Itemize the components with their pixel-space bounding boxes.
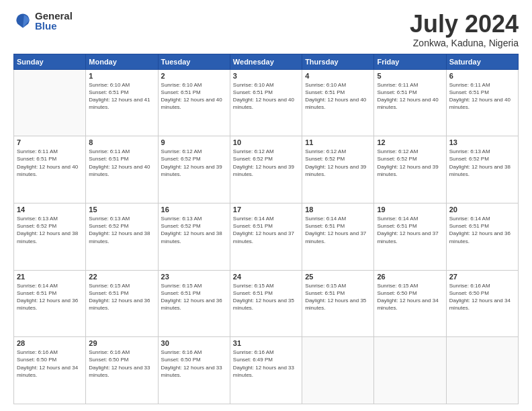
daylight-text: Daylight: 12 hours and 41 minutes. — [89, 97, 150, 110]
day-info: Sunrise: 6:14 AM Sunset: 6:51 PM Dayligh… — [377, 215, 443, 245]
sunrise-text: Sunrise: 6:15 AM — [305, 283, 346, 289]
day-info: Sunrise: 6:13 AM Sunset: 6:52 PM Dayligh… — [161, 215, 227, 245]
day-info: Sunrise: 6:13 AM Sunset: 6:52 PM Dayligh… — [89, 215, 154, 245]
day-number: 4 — [305, 72, 371, 80]
sunrise-text: Sunrise: 6:12 AM — [233, 148, 274, 154]
sunrise-text: Sunrise: 6:14 AM — [305, 216, 346, 222]
sunrise-text: Sunrise: 6:14 AM — [377, 216, 418, 222]
day-info: Sunrise: 6:10 AM Sunset: 6:51 PM Dayligh… — [89, 81, 154, 111]
day-number: 10 — [233, 138, 299, 146]
sunset-text: Sunset: 6:52 PM — [233, 156, 273, 162]
sunrise-text: Sunrise: 6:10 AM — [233, 82, 274, 88]
day-info: Sunrise: 6:12 AM Sunset: 6:52 PM Dayligh… — [233, 148, 299, 178]
calendar-week-row: 1 Sunrise: 6:10 AM Sunset: 6:51 PM Dayli… — [14, 69, 519, 136]
day-info: Sunrise: 6:16 AM Sunset: 6:50 PM Dayligh… — [449, 282, 515, 312]
sunrise-text: Sunrise: 6:16 AM — [449, 283, 490, 289]
sunrise-text: Sunrise: 6:11 AM — [89, 148, 130, 154]
sunset-text: Sunset: 6:51 PM — [305, 89, 345, 95]
daylight-text: Daylight: 12 hours and 40 minutes. — [17, 164, 78, 177]
logo-text: General Blue — [35, 11, 73, 31]
sunset-text: Sunset: 6:50 PM — [161, 357, 201, 363]
day-number: 1 — [89, 72, 154, 80]
table-row: 31 Sunrise: 6:16 AM Sunset: 6:49 PM Dayl… — [230, 337, 302, 404]
logo-icon — [13, 11, 32, 30]
table-row: 22 Sunrise: 6:15 AM Sunset: 6:51 PM Dayl… — [86, 270, 158, 337]
sunset-text: Sunset: 6:51 PM — [377, 223, 416, 229]
header-friday: Friday — [374, 54, 446, 69]
day-info: Sunrise: 6:15 AM Sunset: 6:51 PM Dayligh… — [233, 282, 299, 312]
day-info: Sunrise: 6:10 AM Sunset: 6:51 PM Dayligh… — [305, 81, 371, 111]
sunset-text: Sunset: 6:51 PM — [89, 156, 128, 162]
table-row: 29 Sunrise: 6:16 AM Sunset: 6:50 PM Dayl… — [86, 337, 158, 404]
daylight-text: Daylight: 12 hours and 40 minutes. — [233, 97, 294, 110]
daylight-text: Daylight: 12 hours and 40 minutes. — [449, 97, 511, 110]
table-row: 7 Sunrise: 6:11 AM Sunset: 6:51 PM Dayli… — [14, 136, 86, 203]
table-row: 16 Sunrise: 6:13 AM Sunset: 6:52 PM Dayl… — [158, 203, 230, 270]
sunrise-text: Sunrise: 6:16 AM — [233, 349, 274, 355]
day-info: Sunrise: 6:11 AM Sunset: 6:51 PM Dayligh… — [17, 148, 83, 178]
daylight-text: Daylight: 12 hours and 40 minutes. — [89, 164, 150, 177]
sunrise-text: Sunrise: 6:11 AM — [377, 82, 418, 88]
sunset-text: Sunset: 6:51 PM — [161, 89, 201, 95]
day-number: 13 — [449, 138, 515, 146]
day-info: Sunrise: 6:16 AM Sunset: 6:50 PM Dayligh… — [89, 349, 154, 379]
calendar-page: General Blue July 2024 Zonkwa, Kaduna, N… — [0, 0, 532, 411]
logo: General Blue — [13, 11, 73, 31]
sunset-text: Sunset: 6:52 PM — [161, 223, 201, 229]
day-info: Sunrise: 6:13 AM Sunset: 6:52 PM Dayligh… — [449, 148, 515, 178]
day-info: Sunrise: 6:16 AM Sunset: 6:50 PM Dayligh… — [161, 349, 227, 379]
daylight-text: Daylight: 12 hours and 36 minutes. — [89, 298, 150, 311]
header-monday: Monday — [86, 54, 158, 69]
day-number: 6 — [449, 72, 515, 80]
daylight-text: Daylight: 12 hours and 40 minutes. — [305, 97, 366, 110]
day-number: 18 — [305, 205, 371, 214]
sunset-text: Sunset: 6:51 PM — [305, 290, 345, 296]
table-row: 30 Sunrise: 6:16 AM Sunset: 6:50 PM Dayl… — [158, 337, 230, 404]
daylight-text: Daylight: 12 hours and 37 minutes. — [233, 230, 294, 244]
daylight-text: Daylight: 12 hours and 37 minutes. — [305, 230, 366, 244]
day-info: Sunrise: 6:15 AM Sunset: 6:51 PM Dayligh… — [305, 282, 371, 312]
daylight-text: Daylight: 12 hours and 34 minutes. — [449, 298, 511, 311]
table-row — [446, 337, 518, 404]
header-saturday: Saturday — [446, 54, 518, 69]
sunrise-text: Sunrise: 6:10 AM — [89, 82, 130, 88]
logo-general-text: General — [35, 11, 73, 21]
sunrise-text: Sunrise: 6:16 AM — [89, 349, 130, 355]
day-number: 9 — [161, 138, 227, 146]
day-info: Sunrise: 6:14 AM Sunset: 6:51 PM Dayligh… — [449, 215, 515, 245]
sunset-text: Sunset: 6:52 PM — [17, 223, 56, 229]
sunrise-text: Sunrise: 6:11 AM — [449, 82, 490, 88]
sunset-text: Sunset: 6:51 PM — [377, 89, 416, 95]
table-row: 4 Sunrise: 6:10 AM Sunset: 6:51 PM Dayli… — [302, 69, 374, 136]
table-row: 25 Sunrise: 6:15 AM Sunset: 6:51 PM Dayl… — [302, 270, 374, 337]
day-number: 3 — [233, 72, 299, 80]
day-info: Sunrise: 6:14 AM Sunset: 6:51 PM Dayligh… — [17, 282, 83, 312]
header-wednesday: Wednesday — [230, 54, 302, 69]
table-row: 20 Sunrise: 6:14 AM Sunset: 6:51 PM Dayl… — [446, 203, 518, 270]
sunset-text: Sunset: 6:50 PM — [377, 290, 416, 296]
daylight-text: Daylight: 12 hours and 37 minutes. — [377, 230, 438, 244]
day-number: 25 — [305, 273, 371, 281]
table-row: 9 Sunrise: 6:12 AM Sunset: 6:52 PM Dayli… — [158, 136, 230, 203]
sunrise-text: Sunrise: 6:15 AM — [89, 283, 130, 289]
table-row: 6 Sunrise: 6:11 AM Sunset: 6:51 PM Dayli… — [446, 69, 518, 136]
sunrise-text: Sunrise: 6:12 AM — [161, 148, 202, 154]
sunset-text: Sunset: 6:51 PM — [161, 290, 201, 296]
sunrise-text: Sunrise: 6:15 AM — [377, 283, 418, 289]
daylight-text: Daylight: 12 hours and 33 minutes. — [233, 365, 294, 378]
sunrise-text: Sunrise: 6:14 AM — [17, 283, 58, 289]
day-info: Sunrise: 6:12 AM Sunset: 6:52 PM Dayligh… — [305, 148, 371, 178]
sunrise-text: Sunrise: 6:13 AM — [89, 216, 130, 222]
day-number: 21 — [17, 273, 83, 281]
day-number: 23 — [161, 273, 227, 281]
table-row: 27 Sunrise: 6:16 AM Sunset: 6:50 PM Dayl… — [446, 270, 518, 337]
table-row: 11 Sunrise: 6:12 AM Sunset: 6:52 PM Dayl… — [302, 136, 374, 203]
day-info: Sunrise: 6:14 AM Sunset: 6:51 PM Dayligh… — [305, 215, 371, 245]
day-info: Sunrise: 6:15 AM Sunset: 6:51 PM Dayligh… — [89, 282, 154, 312]
sunset-text: Sunset: 6:51 PM — [233, 89, 273, 95]
sunrise-text: Sunrise: 6:15 AM — [161, 283, 202, 289]
table-row: 18 Sunrise: 6:14 AM Sunset: 6:51 PM Dayl… — [302, 203, 374, 270]
day-info: Sunrise: 6:15 AM Sunset: 6:50 PM Dayligh… — [377, 282, 443, 312]
sunset-text: Sunset: 6:51 PM — [17, 156, 56, 162]
day-number: 19 — [377, 205, 443, 214]
